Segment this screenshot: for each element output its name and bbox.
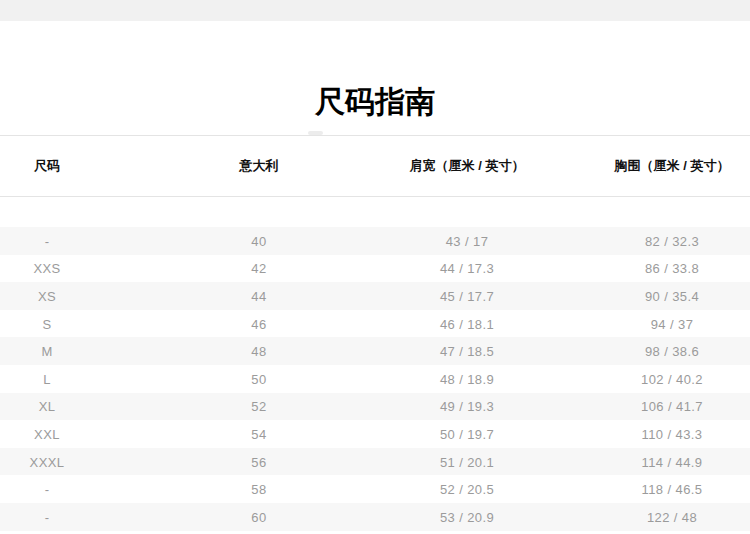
table-row: XL 52 49 / 19.3 106 / 41.7: [0, 393, 750, 421]
table-cell-chest: 110 / 43.3: [642, 426, 703, 441]
table-cell-shoulder: 45 / 17.7: [440, 288, 494, 303]
table-cell-chest: 118 / 46.5: [642, 482, 703, 497]
table-cell-size: S: [42, 316, 51, 331]
table-cell-shoulder: 48 / 18.9: [440, 371, 494, 386]
table-header-row: 尺码 意大利 肩宽（厘米 / 英寸） 胸围（厘米 / 英寸）: [0, 136, 750, 197]
size-guide-sheet: 尺码指南 尺码 意大利 肩宽（厘米 / 英寸） 胸围（厘米 / 英寸） - 40…: [0, 0, 750, 534]
table-cell-italy: 40: [251, 233, 266, 248]
size-table-body: - 40 43 / 17 82 / 32.3 XXS 42 44 / 17.3 …: [0, 227, 750, 531]
page-title: 尺码指南: [0, 86, 750, 118]
column-header-size: 尺码: [34, 157, 60, 175]
table-cell-size: L: [43, 371, 51, 386]
table-cell-shoulder: 47 / 18.5: [440, 344, 494, 359]
table-cell-chest: 106 / 41.7: [641, 399, 703, 414]
table-row: - 60 53 / 20.9 122 / 48: [0, 503, 750, 531]
table-cell-italy: 60: [251, 509, 266, 524]
column-header-chest: 胸围（厘米 / 英寸）: [615, 157, 730, 175]
table-cell-italy: 52: [251, 399, 266, 414]
table-row: XXS 42 44 / 17.3 86 / 33.8: [0, 255, 750, 283]
table-cell-italy: 58: [251, 482, 266, 497]
table-cell-chest: 94 / 37: [651, 316, 694, 331]
table-row: S 46 46 / 18.1 94 / 37: [0, 310, 750, 338]
table-cell-chest: 86 / 33.8: [645, 261, 699, 276]
table-row: XXL 54 50 / 19.7 110 / 43.3: [0, 420, 750, 448]
top-bar: [0, 0, 750, 21]
scrollbar-thumb[interactable]: [308, 131, 323, 135]
table-row: L 50 48 / 18.9 102 / 40.2: [0, 365, 750, 393]
table-row: XXXL 56 51 / 20.1 114 / 44.9: [0, 448, 750, 476]
table-cell-italy: 48: [251, 344, 266, 359]
table-row: XS 44 45 / 17.7 90 / 35.4: [0, 282, 750, 310]
table-cell-size: XL: [39, 399, 56, 414]
table-cell-size: -: [45, 233, 50, 248]
table-cell-italy: 54: [251, 426, 266, 441]
table-cell-shoulder: 53 / 20.9: [440, 509, 494, 524]
table-cell-chest: 90 / 35.4: [645, 288, 699, 303]
table-cell-shoulder: 50 / 19.7: [440, 426, 494, 441]
table-cell-size: XXS: [33, 261, 60, 276]
table-cell-size: -: [45, 482, 50, 497]
table-cell-italy: 44: [251, 288, 266, 303]
table-cell-chest: 98 / 38.6: [645, 344, 699, 359]
table-cell-italy: 46: [251, 316, 266, 331]
table-cell-size: -: [45, 509, 50, 524]
table-cell-shoulder: 43 / 17: [446, 233, 489, 248]
table-cell-shoulder: 44 / 17.3: [440, 261, 494, 276]
table-cell-size: XS: [38, 288, 56, 303]
table-cell-chest: 114 / 44.9: [642, 454, 703, 469]
table-cell-chest: 102 / 40.2: [641, 371, 703, 386]
table-cell-shoulder: 49 / 19.3: [440, 399, 494, 414]
table-cell-italy: 42: [251, 261, 266, 276]
table-cell-shoulder: 52 / 20.5: [440, 482, 494, 497]
table-cell-size: XXXL: [30, 454, 65, 469]
column-header-shoulder: 肩宽（厘米 / 英寸）: [410, 157, 525, 175]
table-cell-italy: 56: [251, 454, 266, 469]
table-row: - 40 43 / 17 82 / 32.3: [0, 227, 750, 255]
table-cell-italy: 50: [251, 371, 266, 386]
table-cell-chest: 82 / 32.3: [645, 233, 699, 248]
table-cell-shoulder: 46 / 18.1: [440, 316, 494, 331]
column-header-italy: 意大利: [240, 157, 279, 175]
table-row: M 48 47 / 18.5 98 / 38.6: [0, 337, 750, 365]
table-cell-size: XXL: [34, 426, 60, 441]
table-cell-chest: 122 / 48: [647, 509, 697, 524]
table-cell-size: M: [41, 344, 52, 359]
table-row: - 58 52 / 20.5 118 / 46.5: [0, 475, 750, 503]
table-cell-shoulder: 51 / 20.1: [440, 454, 494, 469]
